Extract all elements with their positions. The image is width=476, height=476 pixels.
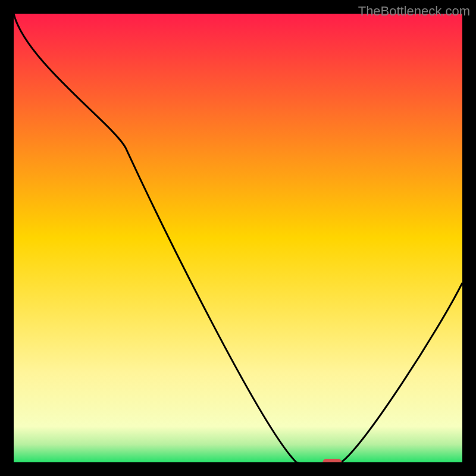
bottleneck-chart [14, 14, 462, 462]
chart-svg [14, 14, 462, 462]
optimal-marker [322, 459, 342, 462]
watermark-text: TheBottleneck.com [358, 4, 470, 19]
